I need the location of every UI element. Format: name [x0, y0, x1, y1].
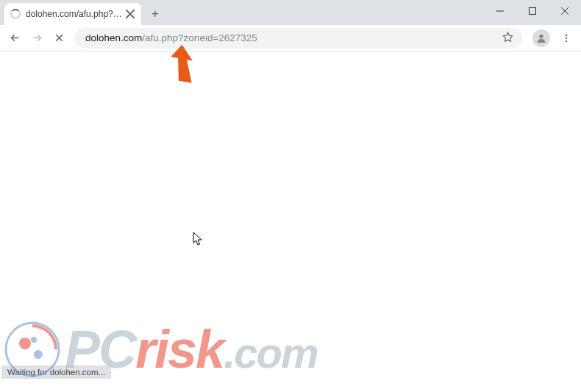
window-controls	[484, 0, 581, 22]
svg-point-4	[566, 37, 567, 38]
minimize-button[interactable]	[484, 0, 516, 22]
svg-rect-0	[530, 8, 536, 15]
toolbar: dolohen.com/afu.php?zoneid=2627325	[0, 25, 581, 51]
address-bar[interactable]: dolohen.com/afu.php?zoneid=2627325	[75, 28, 522, 49]
new-tab-button[interactable]: +	[146, 4, 165, 24]
svg-marker-1	[503, 32, 513, 41]
url-path: /afu.php?zoneid=2627325	[142, 32, 257, 43]
back-button[interactable]	[4, 28, 25, 49]
titlebar: dolohen.com/afu.php?zoneid=26 +	[0, 0, 581, 25]
url-host: dolohen.com	[85, 32, 142, 43]
status-bar: Waiting for dolohen.com...	[1, 366, 111, 379]
close-window-button[interactable]	[549, 0, 581, 22]
page-content	[0, 51, 581, 375]
menu-button[interactable]	[556, 28, 577, 49]
tab-title: dolohen.com/afu.php?zoneid=26	[26, 9, 125, 19]
bookmark-star-icon[interactable]	[502, 32, 513, 45]
svg-point-2	[539, 34, 543, 38]
tab-close-button[interactable]	[125, 9, 135, 19]
svg-point-3	[566, 34, 567, 35]
status-text: Waiting for dolohen.com...	[7, 368, 105, 377]
forward-button[interactable]	[26, 28, 47, 49]
profile-avatar[interactable]	[532, 29, 550, 47]
loading-spinner-icon	[10, 9, 21, 19]
maximize-button[interactable]	[516, 0, 549, 22]
stop-reload-button[interactable]	[49, 28, 69, 49]
browser-tab[interactable]: dolohen.com/afu.php?zoneid=26	[4, 3, 141, 25]
svg-point-5	[566, 40, 567, 41]
